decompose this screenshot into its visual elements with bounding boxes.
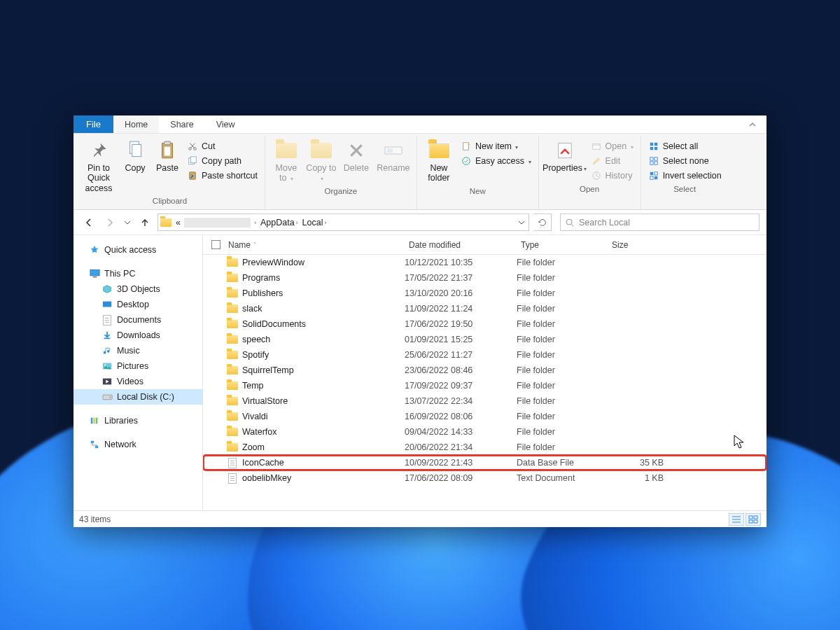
svg-rect-22 [650, 158, 652, 160]
select-none-button[interactable]: Select none [645, 154, 724, 168]
tab-home[interactable]: Home [113, 115, 159, 133]
group-label-clipboard: Clipboard [79, 195, 260, 208]
file-row[interactable]: oobelibMkey17/06/2022 08:09Text Document… [203, 470, 766, 486]
sidebar-item-downloads[interactable]: Downloads [74, 328, 202, 343]
svg-rect-45 [749, 516, 752, 519]
search-input[interactable]: Search Local [560, 214, 760, 231]
folder-icon [227, 382, 238, 390]
open-button[interactable]: Open ▾ [588, 139, 636, 153]
refresh-button[interactable] [533, 214, 552, 231]
view-large-icons-button[interactable] [746, 513, 761, 526]
tab-view[interactable]: View [205, 115, 246, 133]
copy-to-label: Copy to ▾ [306, 163, 337, 183]
pin-icon [88, 139, 110, 162]
tab-share[interactable]: Share [159, 115, 204, 133]
collapse-ribbon-button[interactable] [738, 115, 766, 133]
file-row[interactable]: speech01/09/2021 15:25File folder [203, 332, 766, 347]
tab-file[interactable]: File [74, 115, 113, 133]
file-row[interactable]: Temp17/09/2022 09:37File folder [203, 378, 766, 393]
breadcrumb-overflow[interactable]: « [174, 218, 183, 227]
new-item-button[interactable]: New item ▾ [458, 139, 534, 153]
file-row[interactable]: PreviewWindow10/12/2021 10:35File folder [203, 255, 766, 270]
file-row[interactable]: Zoom20/06/2022 21:34File folder [203, 440, 766, 455]
file-row[interactable]: Spotify25/06/2022 11:27File folder [203, 347, 766, 363]
file-row[interactable]: SolidDocuments17/06/2022 19:50File folde… [203, 316, 766, 332]
sidebar-item-libraries[interactable]: Libraries [74, 413, 202, 428]
pin-to-quick-access-button[interactable]: Pin to Quick access [79, 138, 118, 195]
file-list: PreviewWindow10/12/2021 10:35File folder… [203, 255, 766, 510]
copy-path-button[interactable]: Copy path [184, 154, 260, 168]
rename-button[interactable]: Rename [374, 138, 412, 174]
move-to-icon [275, 139, 298, 162]
svg-rect-42 [91, 441, 94, 444]
paste-button[interactable]: Paste [152, 138, 183, 174]
file-row[interactable]: Programs17/05/2022 21:37File folder [203, 270, 766, 286]
sidebar-item-music[interactable]: Music [74, 343, 202, 358]
move-to-button[interactable]: Move to ▾ [270, 138, 303, 185]
invert-selection-button[interactable]: Invert selection [645, 169, 724, 183]
ribbon-group-organize: Move to ▾ Copy to ▾ Delete Rename Organi… [265, 136, 417, 209]
sidebar-label: 3D Objects [117, 284, 160, 294]
column-header-size[interactable]: Size [608, 235, 671, 254]
copy-to-button[interactable]: Copy to ▾ [304, 138, 338, 185]
back-button[interactable] [80, 214, 97, 231]
properties-label: Properties▾ [542, 163, 587, 173]
new-folder-button[interactable]: New folder [421, 138, 456, 185]
folder-icon [227, 366, 238, 374]
copy-button[interactable]: Copy [120, 138, 150, 174]
file-row[interactable]: slack11/09/2022 11:24File folder [203, 301, 766, 316]
sidebar-label: Quick access [104, 245, 156, 255]
column-header-name[interactable]: Name˄ [224, 235, 405, 254]
svg-rect-3 [164, 141, 171, 144]
select-all-checkbox[interactable] [207, 240, 224, 249]
address-dropdown[interactable] [514, 219, 528, 226]
select-all-button[interactable]: Select all [645, 139, 724, 153]
easy-access-button[interactable]: Easy access ▾ [458, 154, 534, 168]
sidebar-item-pictures[interactable]: Pictures [74, 358, 202, 374]
folder-icon [158, 218, 174, 227]
sidebar-item-3d-objects[interactable]: 3D Objects [74, 281, 202, 297]
file-type: File folder [517, 335, 608, 344]
sidebar-item-local-disk[interactable]: Local Disk (C:) [74, 389, 202, 405]
recent-locations-button[interactable] [122, 214, 132, 231]
up-button[interactable] [136, 214, 153, 231]
file-row[interactable]: Vivaldi16/09/2022 08:06File folder [203, 409, 766, 424]
file-row[interactable]: SquirrelTemp23/06/2022 08:46File folder [203, 363, 766, 378]
file-row[interactable]: Waterfox09/04/2022 14:33File folder [203, 424, 766, 440]
sidebar-item-network[interactable]: Network [74, 437, 202, 452]
forward-button[interactable] [102, 214, 118, 231]
file-type: File folder [517, 350, 608, 360]
file-row[interactable]: VirtualStore13/07/2022 22:34File folder [203, 393, 766, 409]
sidebar-item-documents[interactable]: Documents [74, 312, 202, 328]
column-header-date[interactable]: Date modified [405, 235, 517, 254]
view-details-button[interactable] [729, 513, 744, 526]
file-row[interactable]: IconCache10/09/2022 21:43Data Base File3… [203, 455, 766, 470]
delete-button[interactable]: Delete [340, 138, 373, 174]
history-button[interactable]: History [588, 169, 636, 183]
file-name: PreviewWindow [242, 258, 304, 267]
copy-to-icon [310, 139, 332, 162]
file-row[interactable]: Publishers13/10/2020 20:16File folder [203, 286, 766, 301]
breadcrumb-appdata[interactable]: AppData › [258, 218, 300, 227]
svg-point-15 [564, 148, 566, 150]
column-header-type[interactable]: Type [517, 235, 608, 254]
select-none-icon [648, 155, 659, 167]
properties-button[interactable]: Properties▾ [543, 138, 587, 174]
sidebar-item-desktop[interactable]: Desktop [74, 297, 202, 312]
sidebar-item-this-pc[interactable]: This PC [74, 266, 202, 281]
file-date: 17/06/2022 08:09 [405, 473, 517, 483]
cut-button[interactable]: Cut [184, 139, 260, 153]
paste-shortcut-button[interactable]: Paste shortcut [184, 169, 260, 183]
select-all-icon [648, 141, 659, 152]
file-type: File folder [517, 273, 608, 283]
edit-button[interactable]: Edit [588, 154, 636, 168]
sidebar-item-videos[interactable]: Videos [74, 374, 202, 389]
status-bar: 43 items [74, 510, 766, 527]
sidebar-item-quick-access[interactable]: Quick access [74, 242, 202, 258]
breadcrumb-local[interactable]: Local › [300, 218, 329, 227]
address-bar[interactable]: « › AppData › Local › [158, 214, 529, 231]
breadcrumb-chevron[interactable]: › [252, 219, 258, 226]
star-icon [89, 244, 100, 255]
delete-label: Delete [344, 163, 369, 173]
arrow-up-icon [139, 217, 150, 228]
